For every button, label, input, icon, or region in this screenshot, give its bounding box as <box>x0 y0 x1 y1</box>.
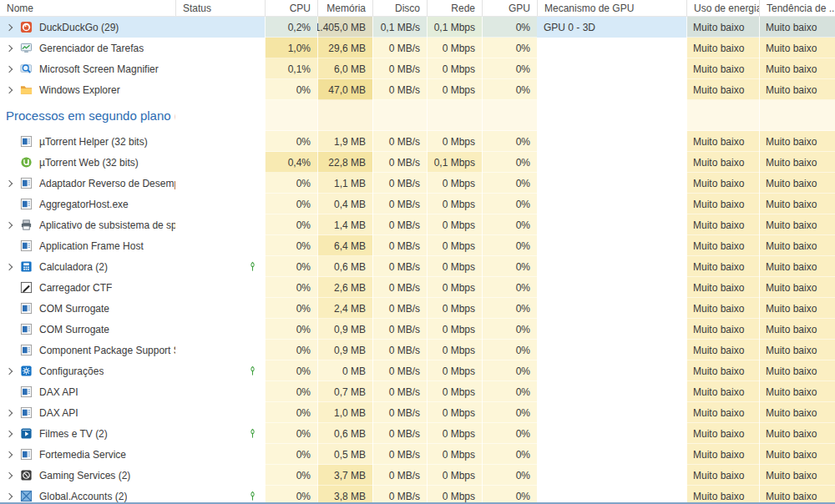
status-cell <box>175 423 265 444</box>
expand-chevron-icon[interactable] <box>5 85 15 95</box>
status-cell <box>175 131 265 152</box>
process-row[interactable]: Microsoft Screen Magnifier0,1%6,0 MB0 MB… <box>0 58 835 79</box>
expand-chevron-icon[interactable] <box>5 450 15 460</box>
column-header-tendencia-de-energia[interactable]: Tendência de ... <box>759 0 835 16</box>
process-name-cell: Global.Accounts (2) <box>0 486 175 504</box>
process-row[interactable]: Fortemedia Service0%0,5 MB0 MB/s0 Mbps0%… <box>0 444 835 465</box>
process-name-cell: Calculadora (2) <box>0 256 175 277</box>
network-cell: 0,1 Mbps <box>427 17 482 38</box>
column-header-nome[interactable]: Nome <box>0 0 175 16</box>
expand-chevron-icon[interactable] <box>5 471 15 481</box>
process-name: COM Surrogate <box>39 303 109 315</box>
disk-cell: 0 MB/s <box>372 277 427 298</box>
process-row[interactable]: Windows Explorer0%47,0 MB0 MB/s0 Mbps0%M… <box>0 79 835 100</box>
power-usage-cell: Muito baixo <box>686 402 759 423</box>
suspended-leaf-icon <box>247 491 258 501</box>
expand-chevron-icon[interactable] <box>5 23 15 33</box>
gpu-engine-cell <box>537 58 686 79</box>
process-row[interactable]: Aplicativo de subsistema de sp...0%1,4 M… <box>0 214 835 235</box>
chevron-spacer <box>5 325 15 335</box>
power-usage-cell: Muito baixo <box>686 38 759 58</box>
printer-icon <box>19 219 33 232</box>
process-row[interactable]: Carregador CTF0%2,6 MB0 MB/s0 Mbps0%Muit… <box>0 277 835 298</box>
process-row[interactable]: Global.Accounts (2)0%3,8 MB0 MB/s0 Mbps0… <box>0 486 835 504</box>
process-row[interactable]: Configurações0%0 MB0 MB/s0 Mbps0%Muito b… <box>0 360 835 381</box>
process-row[interactable]: Application Frame Host0%6,4 MB0 MB/s0 Mb… <box>0 235 835 256</box>
column-header-mecanismo-de-gpu[interactable]: Mecanismo de GPU <box>537 0 686 16</box>
expand-chevron-icon[interactable] <box>5 262 15 272</box>
network-cell: 0 Mbps <box>427 402 482 423</box>
disk-cell: 0 MB/s <box>372 256 427 277</box>
column-header-gpu[interactable]: GPU <box>482 0 537 16</box>
network-cell: 0 Mbps <box>427 79 482 100</box>
process-name-cell: µTorrent Helper (32 bits) <box>0 131 175 152</box>
column-header-cpu[interactable]: CPU <box>265 0 317 16</box>
network-cell: 0 Mbps <box>427 173 482 194</box>
process-row[interactable]: Filmes e TV (2)0%0,6 MB0 MB/s0 Mbps0%Mui… <box>0 423 835 444</box>
process-row[interactable]: AggregatorHost.exe0%0,4 MB0 MB/s0 Mbps0%… <box>0 194 835 214</box>
chevron-spacer <box>5 241 15 251</box>
process-row[interactable]: Adaptador Reverso de Desemp...0%1,1 MB0 … <box>0 173 835 194</box>
power-trend-cell: Muito baixo <box>759 17 835 38</box>
power-usage-cell: Muito baixo <box>686 381 759 402</box>
process-row[interactable]: DAX API0%0,7 MB0 MB/s0 Mbps0%Muito baixo… <box>0 381 835 402</box>
section-header-background-processes[interactable]: Processos em segundo plano (... <box>0 100 835 131</box>
expand-chevron-icon[interactable] <box>5 366 15 376</box>
chevron-spacer <box>5 158 15 168</box>
expand-chevron-icon[interactable] <box>5 429 15 439</box>
process-row[interactable]: Gerenciador de Tarefas1,0%29,6 MB0 MB/s0… <box>0 38 835 58</box>
status-cell <box>175 465 265 486</box>
expand-chevron-icon[interactable] <box>5 43 15 53</box>
section-engine-cell <box>537 100 686 131</box>
process-name-cell: Configurações <box>0 360 175 381</box>
magnifier-icon <box>19 63 33 76</box>
column-header-uso-de-energia[interactable]: Uso de energia <box>686 0 759 16</box>
process-row[interactable]: DAX API0%1,0 MB0 MB/s0 Mbps0%Muito baixo… <box>0 402 835 423</box>
process-row[interactable]: COM Surrogate0%2,4 MB0 MB/s0 Mbps0%Muito… <box>0 298 835 319</box>
memory-cell: 0 MB <box>317 360 372 381</box>
calculator-icon <box>19 260 33 274</box>
gpu-cell: 0% <box>482 277 537 298</box>
process-name-cell: Microsoft Screen Magnifier <box>0 58 175 79</box>
process-name-cell: Component Package Support Se... <box>0 340 175 360</box>
gpu-engine-cell <box>537 38 686 58</box>
status-cell <box>175 319 265 340</box>
process-row[interactable]: µTorrent Helper (32 bits)0%1,9 MB0 MB/s0… <box>0 131 835 152</box>
disk-cell: 0 MB/s <box>372 486 427 504</box>
power-usage-cell: Muito baixo <box>686 465 759 486</box>
process-row[interactable]: Component Package Support Se...0%0,9 MB0… <box>0 340 835 360</box>
gpu-engine-cell <box>537 131 686 152</box>
disk-cell: 0 MB/s <box>372 79 427 100</box>
column-header-memoria[interactable]: Memória <box>317 0 372 16</box>
column-header-rede[interactable]: Rede <box>427 0 482 16</box>
expand-chevron-icon[interactable] <box>5 491 15 501</box>
expand-chevron-icon[interactable] <box>5 179 15 189</box>
column-header-status[interactable]: Status <box>175 0 265 16</box>
gpu-engine-cell <box>537 381 686 402</box>
cpu-cell: 0% <box>265 173 317 194</box>
generic-app-icon <box>19 177 33 190</box>
gpu-cell: 0% <box>482 402 537 423</box>
process-name: Microsoft Screen Magnifier <box>39 63 159 75</box>
process-name: Application Frame Host <box>39 240 144 252</box>
process-row[interactable]: Calculadora (2)0%0,6 MB0 MB/s0 Mbps0%Mui… <box>0 256 835 277</box>
power-trend-cell: Muito baixo <box>759 194 835 214</box>
settings-icon <box>19 365 33 378</box>
generic-app-icon <box>19 386 33 399</box>
process-row[interactable]: COM Surrogate0%0,9 MB0 MB/s0 Mbps0%Muito… <box>0 319 835 340</box>
expand-chevron-icon[interactable] <box>5 408 15 418</box>
gpu-engine-cell <box>537 194 686 214</box>
memory-cell: 22,8 MB <box>317 152 372 173</box>
column-header-disco[interactable]: Disco <box>372 0 427 16</box>
process-name: Carregador CTF <box>39 282 112 294</box>
process-row[interactable]: DuckDuckGo (29)0,2%1.405,0 MB0,1 MB/s0,1… <box>0 17 835 38</box>
process-row[interactable]: Gaming Services (2)0%3,7 MB0 MB/s0 Mbps0… <box>0 465 835 486</box>
expand-chevron-icon[interactable] <box>5 220 15 230</box>
gpu-engine-cell <box>537 298 686 319</box>
cpu-cell: 0% <box>265 214 317 235</box>
power-usage-cell: Muito baixo <box>686 173 759 194</box>
cpu-cell: 0% <box>265 465 317 486</box>
expand-chevron-icon[interactable] <box>5 64 15 74</box>
network-cell: 0 Mbps <box>427 277 482 298</box>
process-row[interactable]: µTorrent Web (32 bits)0,4%22,8 MB0 MB/s0… <box>0 152 835 173</box>
